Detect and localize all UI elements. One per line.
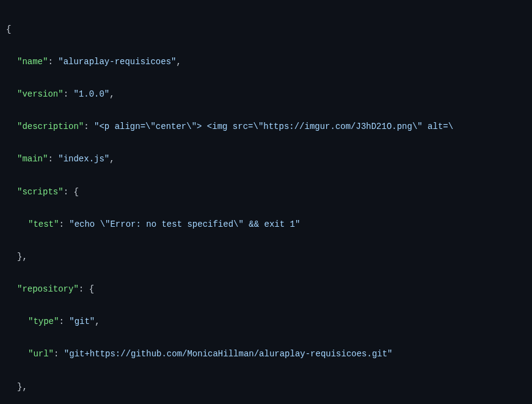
json-string: "index.js" [58, 154, 109, 164]
colon: : [54, 349, 64, 359]
json-string: "git" [69, 317, 95, 326]
colon: : [48, 154, 58, 164]
json-key: "name" [17, 57, 48, 67]
code-line: "main": "index.js", [6, 151, 526, 167]
colon: : [64, 187, 74, 197]
json-string: "1.0.0" [73, 89, 109, 99]
json-key: "test" [28, 219, 59, 229]
comma: , [95, 317, 100, 326]
json-string: "git+https://github.com/MonicaHillman/al… [64, 349, 393, 359]
code-line: }, [6, 379, 526, 395]
colon: : [79, 284, 89, 294]
json-key: "main" [17, 154, 48, 164]
code-line: "description": "<p align=\"center\"> <im… [6, 119, 526, 135]
code-line: "name": "aluraplay-requisicoes", [6, 54, 526, 70]
code-line: "test": "echo \"Error: no test specified… [6, 216, 526, 233]
code-line: "repository": { [6, 281, 526, 298]
colon: : [59, 219, 69, 229]
comma: , [109, 154, 114, 164]
code-line: "url": "git+https://github.com/MonicaHil… [6, 346, 526, 362]
json-key: "version" [17, 89, 64, 99]
comma: , [109, 89, 114, 99]
json-string: "echo \"Error: no test specified\" && ex… [69, 219, 300, 229]
json-code-block: { "name": "aluraplay-requisicoes", "vers… [6, 5, 526, 404]
code-line: "version": "1.0.0", [6, 86, 526, 103]
json-key: "description" [17, 122, 84, 131]
code-line: "type": "git", [6, 314, 526, 330]
comma: , [22, 252, 27, 262]
code-line: }, [6, 249, 526, 265]
comma: , [176, 57, 181, 67]
json-key: "repository" [17, 284, 79, 294]
colon: : [64, 89, 74, 99]
code-line: "scripts": { [6, 184, 526, 200]
open-brace: { [6, 24, 11, 34]
open-brace: { [89, 284, 94, 294]
json-key: "scripts" [17, 187, 64, 197]
colon: : [48, 57, 58, 67]
json-string: "aluraplay-requisicoes" [58, 57, 176, 67]
code-line: { [6, 21, 526, 38]
colon: : [84, 122, 94, 131]
json-string: "<p align=\"center\"> <img src=\"https:/… [94, 122, 453, 131]
json-key: "type" [28, 317, 59, 326]
colon: : [59, 317, 69, 326]
comma: , [22, 382, 27, 392]
json-key: "url" [28, 349, 54, 359]
open-brace: { [73, 187, 78, 197]
